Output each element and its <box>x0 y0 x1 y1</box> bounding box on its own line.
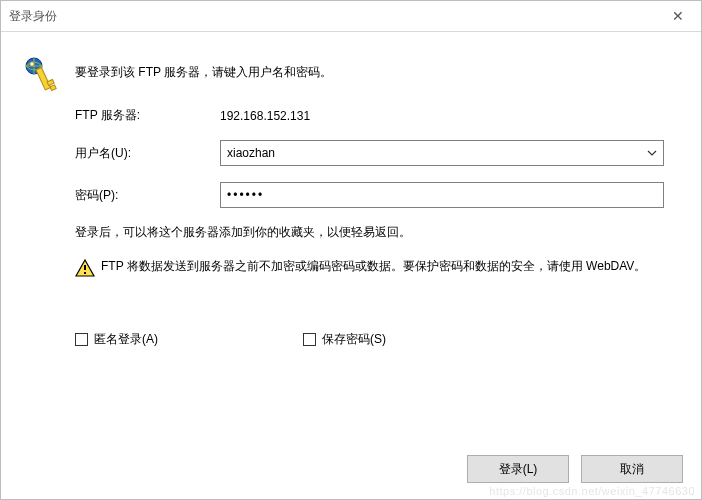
login-button[interactable]: 登录(L) <box>467 455 569 483</box>
intro-row: 要登录到该 FTP 服务器，请键入用户名和密码。 FTP 服务器: 192.16… <box>25 56 677 348</box>
save-password-label: 保存密码(S) <box>322 331 386 348</box>
warning-icon-col <box>75 259 101 277</box>
favorites-note: 登录后，可以将这个服务器添加到你的收藏夹，以便轻易返回。 <box>75 224 677 241</box>
dialog-window: 登录身份 ✕ 要登录到该 FTP 服务器，请键入用 <box>0 0 702 500</box>
window-title: 登录身份 <box>9 1 57 31</box>
server-row: FTP 服务器: 192.168.152.131 <box>75 107 677 124</box>
save-password-checkbox[interactable]: 保存密码(S) <box>303 331 386 348</box>
warning-icon <box>75 259 95 277</box>
checkbox-box <box>303 333 316 346</box>
username-label: 用户名(U): <box>75 145 220 162</box>
chevron-down-icon[interactable] <box>647 150 657 156</box>
password-value: •••••• <box>227 188 264 202</box>
svg-rect-6 <box>84 272 86 274</box>
close-icon: ✕ <box>672 8 684 24</box>
svg-rect-2 <box>47 79 54 85</box>
close-button[interactable]: ✕ <box>655 1 701 31</box>
username-combobox[interactable]: xiaozhan <box>220 140 664 166</box>
checkbox-box <box>75 333 88 346</box>
server-label: FTP 服务器: <box>75 107 220 124</box>
checkbox-row: 匿名登录(A) 保存密码(S) <box>75 331 677 348</box>
watermark-text: https://blog.csdn.net/weixin_47746630 <box>489 485 695 497</box>
username-row: 用户名(U): xiaozhan <box>75 140 677 166</box>
warning-row: FTP 将数据发送到服务器之前不加密或编码密码或数据。要保护密码和数据的安全，请… <box>75 257 677 277</box>
svg-rect-1 <box>36 67 51 89</box>
dialog-content: 要登录到该 FTP 服务器，请键入用户名和密码。 FTP 服务器: 192.16… <box>1 32 701 348</box>
key-globe-icon <box>25 56 59 96</box>
warning-text: FTP 将数据发送到服务器之前不加密或编码密码或数据。要保护密码和数据的安全，请… <box>101 257 677 276</box>
svg-rect-5 <box>84 265 86 270</box>
anonymous-checkbox[interactable]: 匿名登录(A) <box>75 331 158 348</box>
cancel-button-label: 取消 <box>620 461 644 478</box>
password-row: 密码(P): •••••• <box>75 182 677 208</box>
server-value: 192.168.152.131 <box>220 109 310 123</box>
svg-point-4 <box>30 62 34 66</box>
intro-text: 要登录到该 FTP 服务器，请键入用户名和密码。 <box>75 64 677 81</box>
key-icon-col <box>25 56 75 96</box>
password-input[interactable]: •••••• <box>220 182 664 208</box>
login-button-label: 登录(L) <box>499 461 538 478</box>
username-value: xiaozhan <box>227 146 275 160</box>
body-col: 要登录到该 FTP 服务器，请键入用户名和密码。 FTP 服务器: 192.16… <box>75 56 677 348</box>
title-bar: 登录身份 ✕ <box>1 1 701 32</box>
cancel-button[interactable]: 取消 <box>581 455 683 483</box>
anonymous-label: 匿名登录(A) <box>94 331 158 348</box>
svg-rect-3 <box>50 85 56 91</box>
password-label: 密码(P): <box>75 187 220 204</box>
button-row: 登录(L) 取消 <box>467 455 683 483</box>
